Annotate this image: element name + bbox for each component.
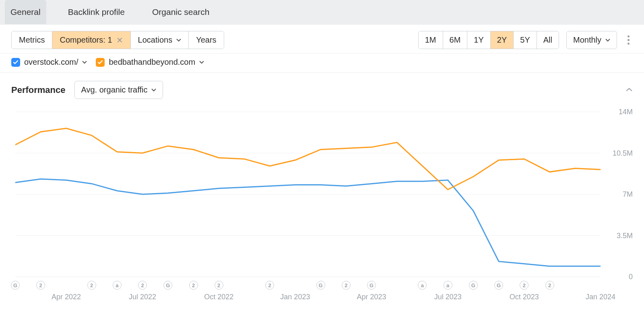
event-marker[interactable]: 2 (342, 281, 351, 290)
x-tick-label: Oct 2023 (510, 293, 539, 301)
chevron-down-icon (605, 39, 610, 42)
tab-general[interactable]: General (5, 0, 46, 24)
legend: overstock.com/ bedbathandbeyond.com (0, 54, 644, 73)
event-marker[interactable]: 2 (87, 281, 96, 290)
range-1m[interactable]: 1M (419, 31, 443, 49)
event-markers: G22a2G222G2GaaGG22 (15, 281, 601, 291)
event-marker[interactable]: G (163, 281, 172, 290)
event-marker[interactable]: 2 (215, 281, 223, 290)
filter-group: Metrics Competitors: 1 ✕ Locations Years (11, 31, 224, 49)
x-tick-label: Jan 2023 (280, 293, 310, 301)
chevron-down-icon (199, 61, 204, 64)
locations-button[interactable]: Locations (131, 31, 189, 49)
chevron-down-icon (151, 88, 156, 92)
line-chart (11, 104, 633, 281)
x-axis-labels: Apr 2022Jul 2022Oct 2022Jan 2023Apr 2023… (15, 293, 601, 304)
y-tick-label: 10.5M (613, 149, 633, 157)
metrics-button[interactable]: Metrics (12, 31, 52, 49)
section-header: Performance Avg. organic traffic (0, 73, 644, 101)
tabs: General Backlink profile Organic search (0, 0, 644, 25)
legend-item-bbb[interactable]: bedbathandbeyond.com (96, 58, 204, 67)
event-marker[interactable]: a (418, 281, 427, 290)
tab-organic[interactable]: Organic search (147, 0, 215, 24)
collapse-icon[interactable] (625, 86, 633, 94)
toolbar: Metrics Competitors: 1 ✕ Locations Years… (0, 25, 644, 54)
chart-container: 03.5M7M10.5M14M G22a2G222G2GaaGG22 Apr 2… (11, 104, 633, 304)
range-group: 1M 6M 1Y 2Y 5Y All (418, 31, 559, 49)
x-tick-label: Apr 2023 (357, 293, 386, 301)
x-tick-label: Oct 2022 (204, 293, 233, 301)
x-tick-label: Apr 2022 (52, 293, 81, 301)
x-tick-label: Jan 2024 (586, 293, 615, 301)
event-marker[interactable]: G (367, 281, 376, 290)
y-tick-label: 14M (619, 108, 633, 116)
legend-item-overstock[interactable]: overstock.com/ (11, 58, 87, 67)
y-tick-label: 7M (623, 190, 633, 199)
checkbox-icon[interactable] (11, 58, 20, 67)
range-2y[interactable]: 2Y (491, 31, 514, 49)
x-tick-label: Jul 2023 (434, 293, 462, 301)
years-button[interactable]: Years (189, 31, 223, 49)
granularity-select[interactable]: Monthly (566, 31, 617, 49)
event-marker[interactable]: a (113, 281, 122, 290)
event-marker[interactable]: G (494, 281, 503, 290)
range-all[interactable]: All (537, 31, 559, 49)
y-tick-label: 0 (629, 273, 633, 281)
chevron-down-icon (82, 61, 87, 64)
event-marker[interactable]: 2 (520, 281, 528, 290)
event-marker[interactable]: 2 (138, 281, 147, 290)
y-tick-label: 3.5M (617, 231, 633, 240)
tab-backlink[interactable]: Backlink profile (62, 0, 130, 24)
more-menu-icon[interactable] (624, 32, 633, 48)
event-marker[interactable]: 2 (36, 281, 45, 290)
event-marker[interactable]: 2 (265, 281, 274, 290)
x-tick-label: Jul 2022 (129, 293, 156, 301)
event-marker[interactable]: a (444, 281, 452, 290)
range-6m[interactable]: 6M (443, 31, 468, 49)
chevron-down-icon (176, 39, 181, 42)
metric-select[interactable]: Avg. organic traffic (74, 81, 163, 99)
event-marker[interactable]: G (316, 281, 325, 290)
range-5y[interactable]: 5Y (514, 31, 537, 49)
competitors-button[interactable]: Competitors: 1 ✕ (52, 31, 130, 49)
close-icon[interactable]: ✕ (116, 36, 123, 44)
range-1y[interactable]: 1Y (467, 31, 490, 49)
event-marker[interactable]: G (469, 281, 478, 290)
event-marker[interactable]: 2 (189, 281, 198, 290)
event-marker[interactable]: 2 (545, 281, 554, 290)
event-marker[interactable]: G (11, 281, 20, 290)
checkbox-icon[interactable] (96, 58, 105, 67)
section-title: Performance (11, 85, 66, 95)
